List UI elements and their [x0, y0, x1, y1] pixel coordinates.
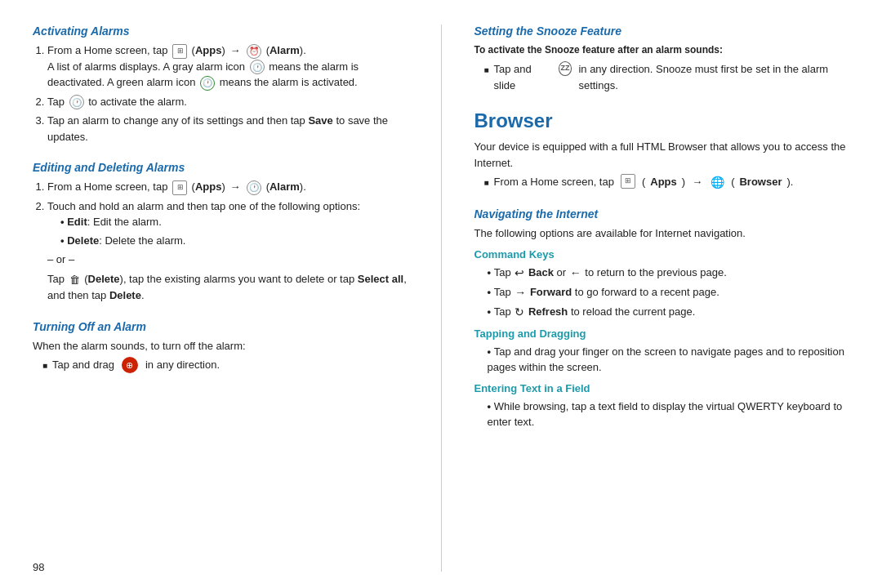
activating-step-3: Tap an alarm to change any of its settin… — [47, 113, 408, 145]
activating-alarms-title: Activating Alarms — [33, 24, 408, 38]
navigating-title: Navigating the Internet — [474, 207, 850, 220]
turning-off-list: Tap and drag ⊕ in any direction. — [33, 357, 408, 373]
arrow-left-icon: ← — [570, 265, 581, 282]
command-keys-list: Tap ↩ Back or ← to return to the previou… — [474, 265, 850, 321]
alarm-icon-gray: ⏰ — [247, 44, 261, 59]
back-icon: ↩ — [514, 265, 524, 282]
delete-option: Delete: Delete the alarm. — [60, 233, 408, 249]
left-column: Activating Alarms From a Home screen, ta… — [33, 24, 408, 572]
apps-icon-2: ⊞ — [172, 180, 187, 195]
alarm-icon-2: 🕐 — [247, 180, 261, 195]
edit-bold: Edit — [67, 216, 87, 228]
activating-step-1-desc: A list of alarms displays. A gray alarm … — [47, 60, 359, 89]
apps-label-3: Apps — [650, 174, 677, 190]
select-all-label: Select all — [358, 273, 403, 285]
snooze-list: Tap and slide ZZ in any direction. Snooz… — [474, 61, 850, 93]
cmd-forward: Tap → Forward to go forward to a recent … — [488, 284, 850, 301]
right-column: Setting the Snooze Feature To activate t… — [474, 24, 850, 572]
section-turning-off-alarm: Turning Off an Alarm When the alarm soun… — [33, 320, 408, 377]
activating-alarms-list: From a Home screen, tap ⊞ (Apps) → ⏰ (Al… — [33, 42, 408, 145]
arrow-icon: → — [229, 44, 240, 56]
drag-icon: ⊕ — [122, 357, 138, 373]
apps-icon-3: ⊞ — [621, 174, 635, 189]
navigating-desc: The following options are available for … — [474, 225, 850, 242]
apps-icon: ⊞ — [172, 44, 187, 59]
or-text: Tap 🗑 (Delete), tap the existing alarms … — [47, 273, 407, 301]
delete-paren-label: Delete — [88, 273, 120, 285]
turning-off-desc: When the alarm sounds, to turn off the a… — [33, 338, 408, 354]
snooze-bold-heading: To activate the Snooze feature after an … — [474, 42, 850, 57]
browser-label: Browser — [739, 174, 782, 190]
turning-off-title: Turning Off an Alarm — [33, 320, 408, 333]
browser-title: Browser — [474, 109, 850, 132]
arrow-icon-3: → — [692, 174, 702, 190]
browser-list: From a Home screen, tap ⊞ (Apps) → 🌐 (Br… — [474, 174, 850, 191]
section-editing-alarms: Editing and Deleting Alarms From a Home … — [33, 161, 408, 306]
tapping-heading: Tapping and Dragging — [474, 327, 850, 340]
arrow-icon-2: → — [229, 180, 240, 193]
section-navigating: Navigating the Internet The following op… — [474, 207, 850, 434]
entering-item: While browsing, tap a text field to disp… — [488, 399, 850, 430]
refresh-label: Refresh — [528, 305, 568, 318]
cmd-refresh: Tap ↻ Refresh to reload the current page… — [488, 304, 850, 321]
tapping-list: Tap and drag your finger on the screen t… — [474, 344, 850, 376]
back-label: Back — [528, 266, 554, 278]
globe-icon: 🌐 — [710, 174, 724, 191]
section-activating-alarms: Activating Alarms From a Home screen, ta… — [33, 24, 408, 148]
gray-alarm-icon: 🕐 — [250, 60, 265, 74]
edit-option: Edit: Edit the alarm. — [60, 214, 408, 230]
delete-icon: 🗑 — [69, 272, 80, 288]
refresh-icon: ↻ — [514, 304, 524, 321]
editing-step-1: From a Home screen, tap ⊞ (Apps) → 🕐 (Al… — [47, 179, 408, 195]
entering-list: While browsing, tap a text field to disp… — [474, 399, 850, 430]
activating-step-2: Tap 🕐 to activate the alarm. — [47, 94, 408, 110]
tap-alarm-icon: 🕐 — [69, 95, 84, 109]
editing-options: Edit: Edit the alarm. Delete: Delete the… — [47, 214, 408, 248]
apps-label: Apps — [195, 44, 222, 56]
editing-alarms-list: From a Home screen, tap ⊞ (Apps) → 🕐 (Al… — [33, 179, 408, 303]
delete-final-label: Delete — [109, 289, 141, 301]
cmd-back: Tap ↩ Back or ← to return to the previou… — [488, 265, 850, 282]
tapping-item: Tap and drag your finger on the screen t… — [488, 344, 850, 376]
entering-heading: Entering Text in a Field — [474, 382, 850, 394]
turning-off-item: Tap and drag ⊕ in any direction. — [42, 357, 408, 373]
editing-step-2: Touch and hold an alarm and then tap one… — [47, 198, 408, 304]
command-keys-heading: Command Keys — [474, 248, 850, 261]
alarm-label: Alarm — [270, 44, 300, 56]
or-divider: – or – — [47, 252, 408, 268]
editing-alarms-title: Editing and Deleting Alarms — [33, 161, 408, 174]
forward-icon: → — [514, 284, 526, 301]
snooze-item: Tap and slide ZZ in any direction. Snooz… — [484, 61, 850, 93]
section-snooze: Setting the Snooze Feature To activate t… — [474, 24, 850, 96]
column-divider — [441, 24, 442, 572]
snooze-title: Setting the Snooze Feature — [474, 24, 850, 38]
delete-bold: Delete — [67, 234, 99, 247]
alarm-label-2: Alarm — [270, 180, 300, 193]
browser-item: From a Home screen, tap ⊞ (Apps) → 🌐 (Br… — [484, 174, 850, 191]
snooze-icon: ZZ — [559, 61, 572, 76]
save-label: Save — [308, 114, 332, 127]
green-alarm-icon: 🕐 — [200, 76, 215, 91]
browser-desc: Your device is equipped with a full HTML… — [474, 139, 850, 171]
section-browser: Browser Your device is equipped with a f… — [474, 109, 850, 194]
page-number: 98 — [33, 561, 44, 573]
apps-label-2: Apps — [195, 180, 222, 193]
forward-label: Forward — [530, 286, 572, 298]
activating-step-1: From a Home screen, tap ⊞ (Apps) → ⏰ (Al… — [47, 42, 408, 91]
